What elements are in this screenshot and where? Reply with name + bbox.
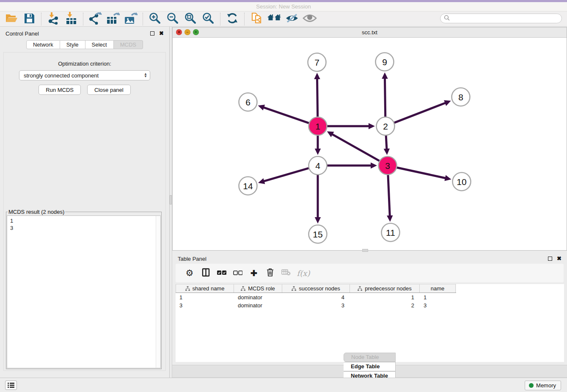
create-column-button[interactable]: ✚: [246, 265, 262, 281]
column-header-predecessor-nodes[interactable]: predecessor nodes: [350, 284, 420, 293]
graph-edge-2-3[interactable]: [386, 135, 387, 149]
import-network-button[interactable]: [44, 12, 62, 26]
vertical-splitter[interactable]: [169, 27, 172, 378]
application-window: Session: New Session: [0, 0, 567, 392]
column-header-shared-name[interactable]: shared name: [176, 284, 234, 293]
optimization-criterion-select[interactable]: strongly connected component ▲▼: [19, 70, 150, 80]
delete-column-button[interactable]: [262, 265, 278, 281]
home-view-button[interactable]: [265, 12, 283, 26]
search-icon: [444, 15, 450, 22]
cell-predecessor-nodes[interactable]: 2: [350, 302, 420, 309]
graph-edge-1-6[interactable]: [263, 107, 309, 123]
save-button[interactable]: [20, 12, 38, 26]
table-row[interactable]: 1 dominator 4 1 1: [176, 294, 564, 301]
splitter-handle[interactable]: [170, 195, 172, 204]
graph-edge-2-8[interactable]: [394, 103, 446, 123]
graph-edge-3-10[interactable]: [396, 167, 446, 178]
network-file-button[interactable]: [248, 12, 265, 26]
cell-name[interactable]: 3: [420, 302, 456, 309]
graph-edge-3-1[interactable]: [332, 134, 380, 161]
window-minimize-icon[interactable]: −: [184, 29, 190, 35]
show-graphics-details-button[interactable]: [301, 12, 319, 26]
import-network-icon: [47, 12, 60, 26]
window-title: Session: New Session: [256, 3, 311, 10]
delete-table-button[interactable]: [278, 265, 294, 281]
network-canvas[interactable]: 7968124314101511: [173, 38, 567, 250]
mcds-result-title: MCDS result (2 nodes): [8, 209, 65, 215]
graph-edge-3-11[interactable]: [388, 174, 390, 216]
graph-arrowhead: [387, 215, 393, 222]
graph-edge-1-7[interactable]: [317, 78, 318, 117]
graph-node-label: 11: [386, 228, 395, 237]
mcds-result-textarea[interactable]: 1 3: [7, 215, 161, 368]
select-stepper-icon: ▲▼: [144, 73, 147, 78]
table-settings-button[interactable]: ⚙: [182, 265, 198, 281]
zoom-selected-button[interactable]: [199, 12, 217, 26]
column-header-mcds-role[interactable]: MCDS role: [234, 284, 282, 293]
hide-graphics-details-button[interactable]: [283, 12, 301, 26]
graph-arrowhead: [258, 178, 265, 184]
open-button[interactable]: [3, 12, 20, 26]
column-header-name[interactable]: name: [420, 284, 456, 293]
cell-predecessor-nodes[interactable]: 1: [350, 294, 420, 301]
tab-mcds[interactable]: MCDS: [114, 40, 143, 49]
graph-edge-4-14[interactable]: [263, 168, 309, 182]
show-all-columns-button[interactable]: [214, 265, 230, 281]
export-network-button[interactable]: [86, 12, 104, 26]
search-field[interactable]: [440, 14, 562, 23]
window-close-icon[interactable]: ✕: [176, 29, 182, 35]
home-houses-icon: [267, 13, 281, 25]
export-table-button[interactable]: [104, 12, 122, 26]
table-panel-title: Table Panel: [178, 256, 206, 262]
close-panel-icon[interactable]: ✖: [159, 31, 164, 36]
tab-edge-table[interactable]: Edge Table: [344, 362, 396, 371]
tree-icon: [185, 286, 190, 291]
memory-button[interactable]: Memory: [525, 381, 561, 390]
cell-successor-nodes[interactable]: 4: [282, 294, 350, 301]
cell-mcds-role[interactable]: dominator: [234, 302, 282, 309]
graph-arrowhead: [382, 72, 388, 79]
control-panel-header: Control Panel ✖: [0, 27, 169, 40]
cell-shared-name[interactable]: 3: [176, 302, 234, 309]
zoom-out-button[interactable]: [164, 12, 182, 26]
zoom-in-button[interactable]: [146, 12, 164, 26]
window-zoom-icon[interactable]: +: [193, 29, 199, 35]
function-builder-button[interactable]: f(x): [294, 265, 310, 281]
main-toolbar: [0, 12, 567, 27]
cell-mcds-role[interactable]: dominator: [234, 294, 282, 301]
tab-network[interactable]: Network: [26, 40, 60, 49]
task-history-button[interactable]: [5, 381, 17, 390]
result-scrollbar[interactable]: [156, 216, 160, 368]
close-table-panel-icon[interactable]: ✖: [557, 257, 561, 261]
tab-style[interactable]: Style: [60, 40, 85, 49]
float-panel-icon[interactable]: [150, 31, 154, 36]
status-bar: Memory: [0, 378, 567, 392]
import-table-button[interactable]: [62, 12, 80, 26]
zoom-fit-button[interactable]: [182, 12, 199, 26]
refresh-button[interactable]: [223, 12, 241, 26]
search-input[interactable]: [450, 14, 561, 22]
table-tabs-bar: Node Table Edge Table Network Table Moti…: [172, 365, 567, 378]
graph-edge-2-9[interactable]: [385, 78, 385, 117]
hide-all-columns-button[interactable]: [230, 265, 246, 281]
cell-name[interactable]: 1: [420, 294, 456, 301]
cell-shared-name[interactable]: 1: [176, 294, 234, 301]
tab-node-table[interactable]: Node Table: [344, 353, 396, 362]
graph-arrowhead: [371, 163, 377, 168]
network-graph[interactable]: 7968124314101511: [173, 38, 567, 250]
select-columns-button[interactable]: [198, 265, 214, 281]
zoom-out-icon: [166, 12, 179, 26]
horizontal-splitter-handle[interactable]: [362, 249, 368, 252]
column-header-successor-nodes[interactable]: successor nodes: [282, 284, 350, 293]
tab-select[interactable]: Select: [85, 40, 114, 49]
float-table-panel-icon[interactable]: [548, 257, 552, 261]
plus-icon: ✚: [250, 268, 257, 278]
node-table: shared name MCDS role successor nodes pr…: [176, 284, 564, 362]
close-panel-button[interactable]: Close panel: [87, 85, 131, 95]
graph-node-label: 7: [314, 58, 319, 67]
cell-successor-nodes[interactable]: 3: [282, 302, 350, 309]
run-mcds-button[interactable]: Run MCDS: [39, 85, 81, 95]
table-row[interactable]: 3 dominator 3 2 3: [176, 302, 564, 309]
export-image-button[interactable]: [122, 12, 140, 26]
eye-icon: [303, 13, 317, 25]
